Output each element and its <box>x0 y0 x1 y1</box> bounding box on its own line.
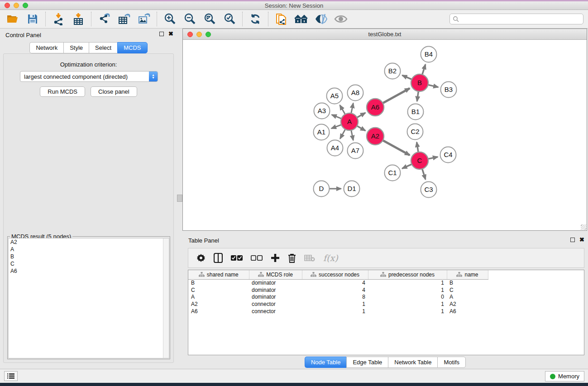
edge-A6-B[interactable] <box>383 88 410 103</box>
column-header-MCDS-role[interactable]: MCDS role <box>249 270 302 279</box>
node-A[interactable]: A <box>341 113 358 130</box>
edge-A-A3[interactable] <box>332 115 341 119</box>
column-header-name[interactable]: name <box>447 270 488 279</box>
zoom-fit-icon[interactable] <box>201 11 218 27</box>
mcds-list-scrollbar[interactable] <box>163 238 169 358</box>
node-A2[interactable]: A2 <box>367 128 384 145</box>
node-C3[interactable]: C3 <box>421 182 437 198</box>
edge-B-B1[interactable] <box>417 91 418 101</box>
float-panel-icon[interactable] <box>159 32 164 36</box>
column-header-shared-name[interactable]: shared name <box>188 270 249 279</box>
node-C[interactable]: C <box>411 152 428 169</box>
delete-table-icon[interactable] <box>304 254 315 262</box>
memory-button[interactable]: Memory <box>545 371 584 381</box>
table-float-panel-icon[interactable] <box>570 238 575 242</box>
task-history-button[interactable] <box>4 371 18 381</box>
node-B2[interactable]: B2 <box>385 63 401 79</box>
close-panel-button[interactable]: Close panel <box>91 86 137 97</box>
export-network-icon[interactable] <box>96 11 112 27</box>
zoom-selected-icon[interactable] <box>221 11 238 27</box>
close-panel-icon[interactable]: ✖ <box>168 32 173 36</box>
tab-node-table[interactable]: Node Table <box>305 357 347 368</box>
search-input[interactable] <box>459 14 583 24</box>
node-A8[interactable]: A8 <box>348 85 363 101</box>
node-D[interactable]: D <box>314 181 330 197</box>
node-table[interactable]: shared nameMCDS rolesuccessor nodesprede… <box>188 270 584 355</box>
node-C1[interactable]: C1 <box>385 165 401 181</box>
edge-A2-C[interactable] <box>383 140 410 155</box>
table-row[interactable]: A2connector11A2 <box>188 300 488 308</box>
show-all-networks-icon[interactable] <box>293 11 309 27</box>
mcds-result-item[interactable]: B <box>9 253 169 260</box>
edge-B-B3[interactable] <box>428 85 438 87</box>
node-A3[interactable]: A3 <box>314 103 330 119</box>
optimization-criterion-select[interactable]: largest connected component (directed) ▲… <box>20 71 158 82</box>
panel-divider-handle[interactable] <box>177 195 182 202</box>
table-close-panel-icon[interactable]: ✖ <box>579 238 584 242</box>
node-A4[interactable]: A4 <box>327 140 343 156</box>
tab-select[interactable]: Select <box>89 42 117 53</box>
edge-A-A2[interactable] <box>357 126 366 130</box>
mcds-result-item[interactable]: C <box>9 260 169 267</box>
new-network-from-file-icon[interactable] <box>273 11 289 27</box>
add-column-icon[interactable] <box>271 253 280 262</box>
open-file-icon[interactable] <box>5 11 21 27</box>
tab-edge-table[interactable]: Edge Table <box>346 357 388 368</box>
node-C2[interactable]: C2 <box>407 124 423 140</box>
edge-A-A4[interactable] <box>340 129 345 139</box>
table-row[interactable]: A6connector11A6 <box>188 308 488 315</box>
node-D1[interactable]: D1 <box>344 181 360 197</box>
column-header-predecessor-nodes[interactable]: predecessor nodes <box>368 270 447 279</box>
tab-style[interactable]: Style <box>63 42 89 53</box>
tab-network[interactable]: Network <box>29 42 63 53</box>
mcds-result-item[interactable]: A2 <box>9 238 169 246</box>
edge-B-B4[interactable] <box>422 64 425 74</box>
hide-details-icon[interactable] <box>313 11 329 27</box>
edge-A-A6[interactable] <box>357 113 366 117</box>
node-B4[interactable]: B4 <box>421 47 437 62</box>
app-titlebar[interactable]: Session: New Session <box>0 1 588 10</box>
table-row[interactable]: Adominator80A <box>188 293 488 300</box>
export-image-icon[interactable] <box>136 11 152 27</box>
mcds-result-item[interactable]: A6 <box>9 267 169 275</box>
deselect-all-columns-icon[interactable] <box>251 255 263 261</box>
save-session-icon[interactable] <box>24 11 41 27</box>
import-network-icon[interactable] <box>50 11 67 27</box>
window-resize-grip[interactable] <box>581 224 586 230</box>
tab-mcds[interactable]: MCDS <box>117 42 147 53</box>
edge-A-A7[interactable] <box>351 130 354 140</box>
refresh-icon[interactable] <box>247 11 263 27</box>
edge-C-C3[interactable] <box>422 169 425 179</box>
edge-C-C1[interactable] <box>402 164 411 169</box>
edge-C-C4[interactable] <box>428 157 438 159</box>
column-header-successor-nodes[interactable]: successor nodes <box>302 270 368 279</box>
node-A1[interactable]: A1 <box>314 124 330 140</box>
edge-A-A5[interactable] <box>340 105 345 114</box>
edge-C-C2[interactable] <box>417 142 418 152</box>
network-window-titlebar[interactable]: testGlobe.txt <box>183 29 587 40</box>
edge-A-A8[interactable] <box>351 103 354 113</box>
run-mcds-button[interactable]: Run MCDS <box>40 86 85 97</box>
node-B[interactable]: B <box>411 74 428 91</box>
node-C4[interactable]: C4 <box>440 147 456 163</box>
node-A6[interactable]: A6 <box>367 99 384 116</box>
edge-A-A1[interactable] <box>331 125 341 129</box>
import-table-icon[interactable] <box>70 11 86 27</box>
show-details-icon[interactable] <box>333 11 349 27</box>
delete-column-icon[interactable] <box>288 253 296 263</box>
zoom-in-icon[interactable] <box>162 11 178 27</box>
node-B1[interactable]: B1 <box>408 104 424 120</box>
column-visibility-icon[interactable] <box>214 253 223 263</box>
mcds-result-item[interactable]: A <box>9 246 169 253</box>
edge-B-B2[interactable] <box>402 75 412 79</box>
select-all-columns-icon[interactable] <box>231 255 243 261</box>
export-table-icon[interactable] <box>116 11 132 27</box>
zoom-out-icon[interactable] <box>182 11 198 27</box>
node-A7[interactable]: A7 <box>348 143 363 159</box>
search-box[interactable] <box>449 14 583 24</box>
mcds-result-list[interactable]: A2ABCA6 <box>8 238 169 358</box>
settings-gear-icon[interactable] <box>196 253 206 262</box>
tab-network-table[interactable]: Network Table <box>388 357 437 368</box>
table-row[interactable]: Bdominator41B <box>188 279 488 286</box>
node-B3[interactable]: B3 <box>441 82 457 98</box>
